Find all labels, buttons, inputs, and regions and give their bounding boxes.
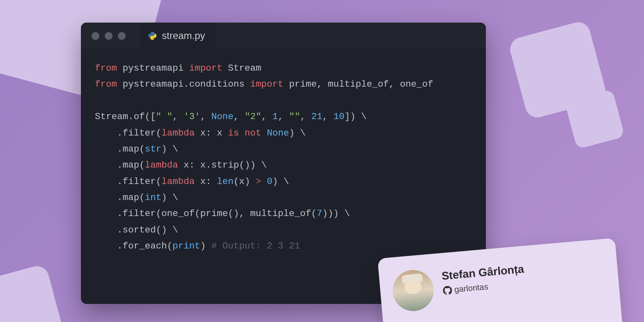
bg-decoration — [0, 264, 67, 322]
github-handle: garlontas — [454, 282, 488, 294]
python-icon — [148, 31, 157, 40]
code-content: from pystreamapi import Stream from pyst… — [81, 49, 486, 266]
window-controls — [81, 32, 140, 40]
maximize-dot[interactable] — [118, 32, 126, 40]
github-icon — [443, 285, 453, 295]
minimize-dot[interactable] — [105, 32, 113, 40]
avatar — [391, 268, 435, 313]
titlebar: stream.py — [81, 23, 486, 49]
tab-filename: stream.py — [162, 30, 205, 41]
file-tab[interactable]: stream.py — [140, 23, 216, 49]
author-info: Stefan Gârlonța garlontas — [441, 260, 526, 295]
close-dot[interactable] — [92, 32, 99, 40]
